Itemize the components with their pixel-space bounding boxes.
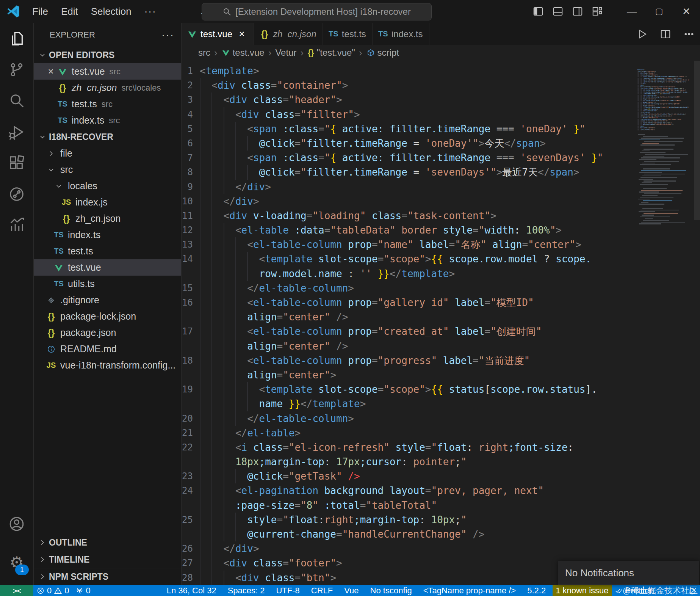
tree-item-src[interactable]: src: [34, 162, 181, 178]
status-tagname-prop-name[interactable]: <TagName prop-name />: [420, 585, 519, 596]
open-editor-test.vue[interactable]: ×test.vuesrc: [34, 63, 181, 80]
source-control-activity-icon[interactable]: [0, 54, 33, 85]
tree-item-test.vue[interactable]: test.vue: [34, 259, 181, 276]
tree-item-.gitignore[interactable]: .gitignore: [34, 292, 181, 308]
breadcrumb-item[interactable]: {}"test.vue": [307, 47, 355, 58]
open-editor-index.ts[interactable]: TSindex.tssrc: [34, 112, 181, 129]
tree-item-index.js[interactable]: JSindex.js: [34, 194, 181, 210]
tree-item-locales[interactable]: locales: [34, 178, 181, 194]
editor-more-actions-icon[interactable]: [683, 28, 695, 40]
code-line[interactable]: align="center" />: [182, 339, 700, 353]
code-line[interactable]: 8@click="fillter.timeRange = 'sevenDays'…: [182, 165, 700, 179]
code-line[interactable]: 21</el-table>: [182, 426, 700, 440]
accounts-activity-icon[interactable]: [0, 508, 33, 540]
open-editors-section[interactable]: OPEN EDITORS: [34, 47, 181, 63]
code-line[interactable]: 6@click="fillter.timeRange = 'oneDay'">今…: [182, 136, 700, 151]
close-tab-icon[interactable]: ×: [236, 28, 247, 40]
project-root-section[interactable]: I18N-RECOVER: [34, 129, 181, 145]
breadcrumb-item[interactable]: src: [198, 47, 210, 58]
tree-item-test.ts[interactable]: TStest.ts: [34, 243, 181, 259]
menu-selection[interactable]: Selection: [85, 0, 138, 22]
code-line[interactable]: 1<template>: [182, 64, 700, 78]
editor-scrollbar[interactable]: [694, 61, 700, 220]
section-outline[interactable]: OUTLINE: [34, 534, 181, 551]
customize-layout-icon[interactable]: [592, 6, 603, 17]
code-line[interactable]: 15</el-table-column>: [182, 281, 700, 295]
status-vue[interactable]: Vue: [341, 585, 362, 596]
explorer-more-actions-icon[interactable]: ···: [161, 29, 174, 41]
menu-file[interactable]: File: [26, 0, 55, 22]
menu-edit[interactable]: Edit: [55, 0, 85, 22]
code-line[interactable]: 23@click="getTask" />: [182, 469, 700, 483]
remote-indicator[interactable]: ><: [0, 585, 33, 596]
code-line[interactable]: 14<template slot-scope="scope">{{ scope.…: [182, 252, 700, 266]
code-line[interactable]: 19<template slot-scope="scope">{{ status…: [182, 382, 700, 397]
tab-test.ts[interactable]: TStest.ts: [323, 23, 373, 45]
split-editor-icon[interactable]: [660, 28, 671, 40]
open-editor-test.ts[interactable]: TStest.tssrc: [34, 96, 181, 112]
code-line[interactable]: 18px;margin-top: 17px;cursor: pointer;": [182, 455, 700, 469]
code-line[interactable]: :page-size="8" :total="tableTotal": [182, 498, 700, 513]
status-utf-8[interactable]: UTF-8: [273, 585, 302, 596]
breadcrumb-item[interactable]: test.vue: [221, 47, 265, 58]
code-line[interactable]: align="center">: [182, 368, 700, 382]
status-no-tsconfig[interactable]: No tsconfig: [367, 585, 415, 596]
run-button-icon[interactable]: [636, 28, 648, 40]
code-line[interactable]: 9</div>: [182, 180, 700, 194]
tree-item-package-lock.json[interactable]: {}package-lock.json: [34, 308, 181, 325]
code-line[interactable]: 2<div class="container">: [182, 78, 700, 93]
close-editor-icon[interactable]: ×: [45, 66, 56, 77]
toggle-secondary-sidebar-icon[interactable]: [572, 6, 583, 17]
open-editor-zh_cn.json[interactable]: {}zh_cn.jsonsrc\locales: [34, 80, 181, 96]
tab-zh_cn.json[interactable]: {}zh_cn.json: [254, 23, 323, 45]
status-ln-36-col-32[interactable]: Ln 36, Col 32: [164, 585, 219, 596]
code-line[interactable]: 26</div>: [182, 541, 700, 556]
code-line[interactable]: align="center" />: [182, 310, 700, 324]
code-line[interactable]: 18<el-table-column prop="progress" label…: [182, 353, 700, 368]
explorer-activity-icon[interactable]: [0, 23, 33, 54]
tree-item-index.ts[interactable]: TSindex.ts: [34, 227, 181, 243]
remote-explorer-activity-icon[interactable]: [0, 179, 33, 210]
minimize-button[interactable]: —: [618, 0, 645, 23]
tab-test.vue[interactable]: test.vue×: [182, 23, 254, 45]
code-line[interactable]: name }}</template>: [182, 397, 700, 411]
close-button[interactable]: ✕: [673, 0, 700, 23]
code-editor[interactable]: 1<template>2<div class="container">3<div…: [182, 61, 700, 585]
tree-item-README.md[interactable]: README.md: [34, 341, 181, 357]
status-crlf[interactable]: CRLF: [308, 585, 336, 596]
code-line[interactable]: 24<el-pagination background layout="prev…: [182, 483, 700, 498]
tree-item-package.json[interactable]: {}package.json: [34, 325, 181, 341]
code-line[interactable]: 7<span :class="{ active: fillter.timeRan…: [182, 151, 700, 165]
tree-item-utils.ts[interactable]: TSutils.ts: [34, 276, 181, 292]
code-line[interactable]: 4<div class="fillter">: [182, 107, 700, 122]
minimap[interactable]: <template><div class="container"><div cl…: [637, 69, 692, 227]
run-debug-activity-icon[interactable]: [0, 116, 33, 147]
section-npm-scripts[interactable]: NPM SCRIPTS: [34, 568, 181, 585]
toggle-sidebar-icon[interactable]: [532, 6, 544, 17]
code-line[interactable]: 10</div>: [182, 194, 700, 209]
code-line[interactable]: 5<span :class="{ active: fillter.timeRan…: [182, 122, 700, 136]
problems-status[interactable]: 0 0: [33, 585, 72, 596]
status-5-2-2[interactable]: 5.2.2: [524, 585, 549, 596]
stats-activity-icon[interactable]: [0, 210, 33, 241]
breadcrumb-item[interactable]: Vetur: [275, 47, 296, 58]
command-center-search[interactable]: [Extension Development Host] i18n-recove…: [202, 3, 432, 20]
settings-activity-icon[interactable]: ⚙1: [0, 547, 33, 578]
code-line[interactable]: 12<el-table :data="tableData" border sty…: [182, 223, 700, 237]
tree-item-zh_cn.json[interactable]: {}zh_cn.json: [34, 210, 181, 227]
extensions-activity-icon[interactable]: [0, 147, 33, 179]
code-line[interactable]: row.model.name : '' }}</template>: [182, 267, 700, 281]
search-activity-icon[interactable]: [0, 85, 33, 116]
notifications-bell[interactable]: [685, 585, 699, 596]
menu-[interactable]: ···: [138, 0, 163, 22]
breadcrumb-item[interactable]: script: [366, 47, 399, 58]
maximize-button[interactable]: ▢: [645, 0, 673, 23]
toggle-panel-icon[interactable]: [552, 6, 564, 17]
code-line[interactable]: 25style="float:right;margin-top: 10px;": [182, 513, 700, 527]
code-line[interactable]: 16<el-table-column prop="gallery_id" lab…: [182, 295, 700, 310]
section-timeline[interactable]: TIMELINE: [34, 551, 181, 568]
code-line[interactable]: 17<el-table-column prop="created_at" lab…: [182, 324, 700, 339]
code-line[interactable]: @current-change="handleCurrentChange" />: [182, 527, 700, 541]
notification-toast[interactable]: No Notifications: [558, 561, 699, 585]
tree-item-vue-i18n-transform.config...[interactable]: JSvue-i18n-transform.config...: [34, 357, 181, 373]
